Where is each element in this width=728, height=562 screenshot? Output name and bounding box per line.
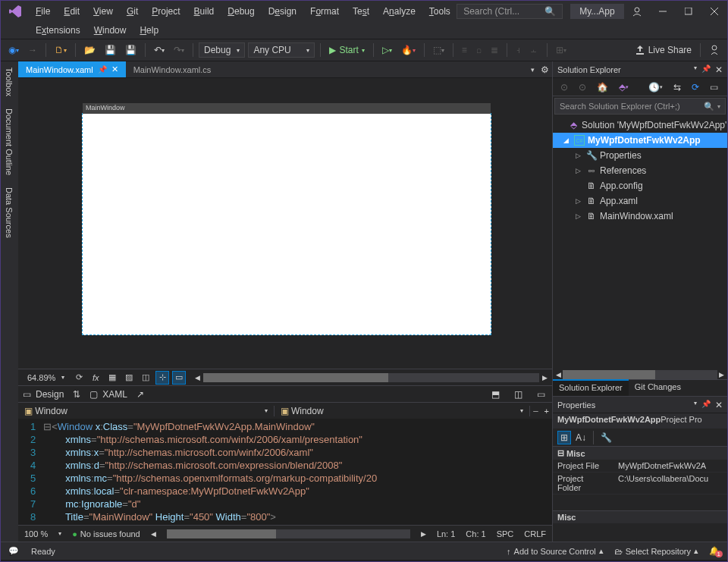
se-fwd-icon[interactable]: ⊙ [576, 80, 589, 95]
maximize-button[interactable] [676, 1, 701, 21]
line-indicator[interactable]: Ln: 1 [437, 529, 455, 538]
menu-file[interactable]: FFileile [30, 3, 56, 20]
toolbox-tab[interactable]: Toolbox [1, 61, 18, 102]
grid-icon-2[interactable]: ▨ [122, 371, 136, 385]
se-h-scrollbar[interactable] [563, 370, 717, 379]
prop-wrench-icon[interactable]: 🔧 [599, 431, 613, 444]
undo-button[interactable]: ↶▾ [151, 42, 168, 58]
panel-dropdown-icon[interactable]: ▾ [694, 400, 697, 410]
xaml-nav-split-icon[interactable]: ─ [530, 405, 541, 417]
nav-fwd-button[interactable]: → [25, 42, 40, 58]
refresh-icon[interactable]: ⟳ [72, 371, 86, 385]
misc-category-header[interactable]: ⊟ Misc [553, 447, 727, 460]
global-search[interactable]: Search (Ctrl... 🔍 [457, 4, 563, 19]
git-changes-tab[interactable]: Git Changes [629, 380, 687, 396]
scroll-left-icon[interactable]: ◀ [195, 374, 200, 381]
menu-git[interactable]: Git [121, 3, 144, 20]
se-back-icon[interactable]: ⊙ [557, 80, 571, 95]
eol-indicator[interactable]: CRLF [524, 529, 546, 538]
doctab-dropdown-icon[interactable]: ▾ [528, 61, 538, 77]
menu-debug[interactable]: Debug [221, 3, 260, 20]
nav-back-button[interactable]: ◉▾ [5, 42, 22, 58]
designer-h-scrollbar[interactable] [203, 373, 539, 382]
start-debug-button[interactable]: ▶ Start ▾ [326, 42, 367, 58]
solution-name-badge[interactable]: My...App [570, 4, 623, 19]
tree-references-node[interactable]: ▷▫▫References [553, 163, 727, 178]
document-outline-tab[interactable]: Document Outline [1, 102, 18, 181]
popout-icon[interactable]: ↗ [136, 389, 144, 400]
menu-tools[interactable]: Tools [423, 3, 457, 20]
snap-icon[interactable]: ◫ [139, 371, 152, 385]
tree-appxaml-node[interactable]: ▷🗎App.xaml [553, 193, 727, 209]
zoom-combo[interactable]: 64.89%▾ [23, 372, 69, 384]
align-icon-6[interactable]: ⊞▾ [553, 42, 570, 58]
xaml-nav-add-icon[interactable]: + [541, 404, 552, 418]
collapse-pane-icon[interactable]: ▭ [534, 388, 548, 401]
prop-project-file[interactable]: Project File MyWpfDotnetFwkWv2A [553, 460, 727, 473]
menu-help[interactable]: Help [133, 22, 165, 39]
panel-close-icon[interactable]: ✕ [715, 400, 723, 410]
xaml-type-combo[interactable]: ▣ Window▾ [18, 406, 275, 416]
h-scroll-left[interactable]: ◀ [151, 530, 156, 538]
design-pane-tab[interactable]: ▭ Design [23, 389, 64, 400]
alphabetical-icon[interactable]: A↓ [574, 431, 588, 444]
h-scroll-right[interactable]: ▶ [421, 530, 426, 538]
panel-dropdown-icon[interactable]: ▾ [694, 64, 697, 75]
start-nodebug-button[interactable]: ▷▾ [379, 42, 395, 58]
align-icon-3[interactable]: ≣ [488, 42, 501, 58]
solution-explorer-tab[interactable]: Solution Explorer [553, 379, 629, 396]
menu-build[interactable]: Build [188, 3, 221, 20]
col-indicator[interactable]: Ch: 1 [466, 529, 485, 538]
open-file-button[interactable]: 📂 [81, 42, 99, 58]
solution-platform-combo[interactable]: Any CPU▾ [248, 42, 315, 58]
redo-button[interactable]: ↷▾ [171, 42, 187, 58]
panel-pin-icon[interactable]: 📌 [701, 64, 711, 75]
menu-project[interactable]: Project [146, 3, 186, 20]
menu-analyze[interactable]: Analyze [377, 3, 422, 20]
tree-appconfig-node[interactable]: 🗎App.config [553, 178, 727, 193]
xaml-designer-surface[interactable]: MainWindow [18, 78, 552, 369]
output-icon[interactable]: 💬 [8, 546, 19, 556]
save-button[interactable]: 💾 [102, 42, 119, 58]
solution-explorer-search[interactable]: Search Solution Explorer (Ctrl+;) 🔍 ▾ [554, 98, 726, 115]
prop-project-folder[interactable]: Project Folder C:\Users\collabera\Docu [553, 473, 727, 494]
data-sources-tab[interactable]: Data Sources [1, 181, 18, 244]
code-content[interactable]: ⊟<Window x:Class="MyWpfDotnetFwkWv2App.M… [43, 419, 377, 525]
se-collapse-icon[interactable]: ⇆ [670, 80, 684, 95]
se-showall-icon[interactable]: ▭ [707, 80, 721, 95]
live-share-button[interactable]: Live Share [632, 42, 695, 58]
editor-zoom[interactable]: 100 % [24, 529, 48, 538]
doctab-gear-icon[interactable]: ⚙ [538, 61, 552, 77]
align-icon-5[interactable]: ⫠ [526, 42, 541, 58]
menu-edit[interactable]: Edit [58, 3, 86, 20]
device-icon[interactable]: ▭ [172, 371, 186, 385]
tb-icon-1[interactable]: ⬚▾ [430, 42, 447, 58]
menu-format[interactable]: Format [304, 3, 345, 20]
code-editor[interactable]: 123456789 ⊟<Window x:Class="MyWpfDotnetF… [18, 419, 552, 525]
menu-design[interactable]: Design [262, 3, 303, 20]
split-v-icon[interactable]: ◫ [511, 388, 525, 401]
scroll-right-icon[interactable]: ▶ [542, 374, 548, 381]
indent-indicator[interactable]: SPC [497, 529, 514, 538]
doctab-mainwindow-xaml[interactable]: MainWindow.xaml 📌 ✕ [18, 61, 126, 77]
pin-icon[interactable]: 📌 [98, 65, 107, 74]
designed-window[interactable]: MainWindow [82, 113, 491, 335]
tab-close-icon[interactable]: ✕ [111, 64, 118, 74]
hot-reload-button[interactable]: 🔥▾ [398, 42, 419, 58]
menu-window[interactable]: Window [88, 22, 133, 39]
se-refresh-icon[interactable]: ⟳ [689, 80, 702, 95]
close-button[interactable] [701, 1, 727, 21]
panel-close-icon[interactable]: ✕ [715, 64, 723, 75]
tree-properties-node[interactable]: ▷🔧Properties [553, 148, 727, 163]
tree-project-node[interactable]: ◢C#MyWpfDotnetFwkWv2App [553, 133, 727, 148]
categorized-icon[interactable]: ⊞ [557, 431, 571, 444]
align-icon-1[interactable]: ≡ [459, 42, 470, 58]
tree-solution-node[interactable]: ⬘Solution 'MyWpfDotnetFwkWv2App' [553, 118, 727, 133]
xaml-pane-tab[interactable]: ▢ XAML [89, 389, 127, 400]
add-source-control-button[interactable]: ↑ Add to Source Control ▴ [507, 546, 604, 556]
signin-icon[interactable] [624, 1, 650, 21]
grid-icon-1[interactable]: ▦ [105, 371, 119, 385]
doctab-mainwindow-xaml-cs[interactable]: MainWindow.xaml.cs [126, 61, 219, 77]
menu-view[interactable]: View [87, 3, 119, 20]
tree-mainwindow-node[interactable]: ▷🗎MainWindow.xaml [553, 209, 727, 224]
